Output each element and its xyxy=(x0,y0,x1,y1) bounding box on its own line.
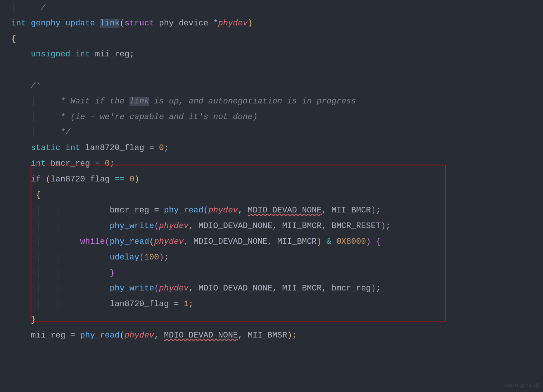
semicolon: ; xyxy=(376,284,381,293)
code-line: │ │ lan8720_flag = 1; xyxy=(11,296,543,312)
paren: ) xyxy=(366,237,371,246)
comment: * (ie - we're capable and it's not done) xyxy=(36,112,258,122)
indent xyxy=(11,331,31,340)
indent xyxy=(60,221,110,231)
code-line: │ * (ie - we're capable and it's not don… xyxy=(11,109,543,125)
paren: ) xyxy=(371,206,376,215)
type-keyword: static int xyxy=(11,143,80,153)
indent xyxy=(11,50,31,59)
number: 100 xyxy=(144,253,159,262)
type-keyword: int xyxy=(11,159,46,168)
code-line: } xyxy=(11,312,543,328)
if-keyword: if xyxy=(11,175,46,184)
code-line: unsigned int mii_reg; xyxy=(11,47,543,62)
function-call: phy_read xyxy=(110,237,149,246)
indent xyxy=(60,299,110,309)
semicolon: ; xyxy=(386,221,390,231)
semicolon: ; xyxy=(292,331,297,340)
operator: = xyxy=(149,143,159,153)
operator: = xyxy=(95,159,104,168)
brace: { xyxy=(11,190,41,200)
paren: ( xyxy=(154,284,159,293)
code-line: │ │ phy_write(phydev, MDIO_DEVAD_NONE, M… xyxy=(11,281,543,296)
semicolon: ; xyxy=(129,50,134,59)
comment: * Wait if the xyxy=(36,97,129,106)
hex-number: 0X8000 xyxy=(336,237,366,246)
variable: mii_reg xyxy=(90,50,129,59)
comment: */ xyxy=(36,128,70,137)
code-line: │ │ udelay(100); xyxy=(11,250,543,265)
parameter: phydev xyxy=(154,237,184,246)
code-line: │ │ bmcr_reg = phy_read(phydev, MDIO_DEV… xyxy=(11,203,543,218)
function-call: phy_read xyxy=(164,206,203,215)
args: , MDIO_DEVAD_NONE, MII_BMCR, BMCR_RESET xyxy=(188,221,381,231)
highlighted-link: link xyxy=(100,19,120,28)
semicolon: ; xyxy=(188,299,193,309)
indent xyxy=(46,237,80,246)
paren: ) xyxy=(317,237,322,246)
comma: , xyxy=(238,206,247,215)
function-call: phy_write xyxy=(110,221,154,231)
parameter: phydev xyxy=(159,284,188,293)
comma: , xyxy=(322,206,331,215)
semicolon: ; xyxy=(164,253,169,262)
operator: & xyxy=(322,237,337,246)
paren: ) xyxy=(134,175,139,184)
parameter: phydev xyxy=(125,331,154,340)
paren: ) xyxy=(159,253,164,262)
code-line: │ while(phy_read(phydev, MDIO_DEVAD_NONE… xyxy=(11,234,543,250)
code-line: │ */ xyxy=(11,125,543,140)
comma: , xyxy=(154,331,164,340)
brace: { xyxy=(371,237,381,246)
variable: bmcr_reg xyxy=(110,206,154,215)
number: 0 xyxy=(159,143,164,153)
type-name: phy_device xyxy=(154,19,213,28)
indent xyxy=(60,206,110,215)
number: 0 xyxy=(129,175,134,184)
paren: ( xyxy=(119,331,124,340)
code-line: int genphy_update_link(struct phy_device… xyxy=(11,16,543,31)
code-line: │ │ phy_write(phydev, MDIO_DEVAD_NONE, M… xyxy=(11,218,543,234)
paren: ( xyxy=(149,237,154,246)
struct-keyword: struct xyxy=(125,19,154,28)
code-line: int bmcr_reg = 0; xyxy=(11,156,543,172)
function-call: phy_write xyxy=(110,284,154,293)
code-line: static int lan8720_flag = 0; xyxy=(11,140,543,156)
number: 0 xyxy=(105,159,110,168)
brace: } xyxy=(60,268,115,278)
parameter: phydev xyxy=(159,221,188,231)
variable: mii_reg xyxy=(31,331,71,340)
code-editor[interactable]: │ / int genphy_update_link(struct phy_de… xyxy=(0,0,543,343)
brace: } xyxy=(11,315,36,324)
code-line: { xyxy=(11,187,543,203)
code-line: mii_reg = phy_read(phydev, MDIO_DEVAD_NO… xyxy=(11,328,543,343)
paren: ( xyxy=(203,206,208,215)
indent xyxy=(60,253,110,262)
paren: ( xyxy=(46,175,50,184)
type-keyword: unsigned int xyxy=(31,50,90,59)
paren: ) xyxy=(287,331,292,340)
brace: { xyxy=(11,34,16,44)
variable: bmcr_reg xyxy=(46,159,95,168)
number: 1 xyxy=(184,299,188,309)
args: , MDIO_DEVAD_NONE, MII_BMCR xyxy=(184,237,316,246)
code-line: │ │ } xyxy=(11,265,543,281)
pointer-star: * xyxy=(213,19,218,28)
paren: ) xyxy=(248,19,253,28)
variable: lan8720_flag xyxy=(80,143,149,153)
constant-squiggle: MDIO_DEVAD_NONE xyxy=(164,331,238,340)
type-keyword: int xyxy=(11,19,26,28)
paren: ( xyxy=(154,221,159,231)
operator: = xyxy=(154,206,164,215)
watermark: CSDN @temp超 xyxy=(504,381,540,391)
highlighted-link: link xyxy=(129,97,149,106)
function-call: udelay xyxy=(110,253,139,262)
operator: == xyxy=(115,175,129,184)
paren: ) xyxy=(371,284,376,293)
operator: = xyxy=(174,299,184,309)
function-call: phy_read xyxy=(80,331,120,340)
constant: MII_BMCR xyxy=(331,206,371,215)
parameter: phydev xyxy=(218,19,248,28)
semicolon: ; xyxy=(164,143,169,153)
variable: lan8720_flag xyxy=(51,175,115,184)
